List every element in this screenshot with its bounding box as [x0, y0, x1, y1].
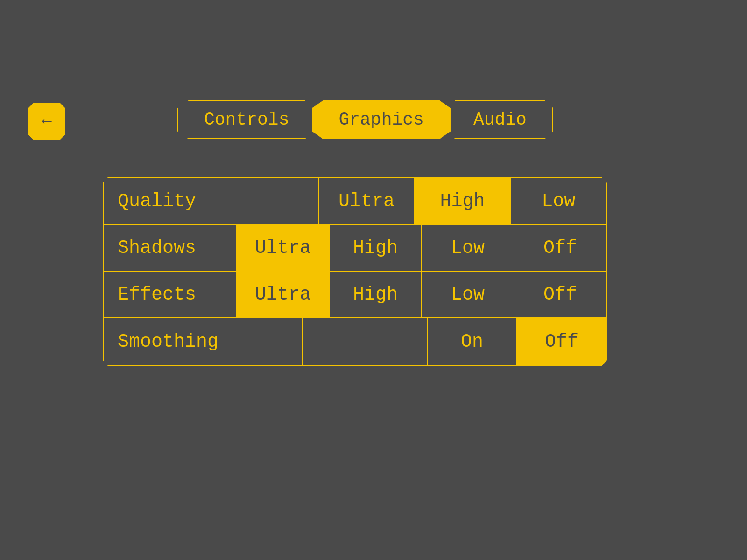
smoothing-on[interactable]: On — [428, 318, 517, 365]
smoothing-spacer — [303, 318, 428, 365]
tab-audio[interactable]: Audio — [447, 100, 553, 139]
quality-high[interactable]: High — [415, 178, 511, 224]
shadows-high[interactable]: High — [330, 225, 422, 271]
row-quality: Quality Ultra High Low — [104, 178, 606, 225]
quality-ultra[interactable]: Ultra — [319, 178, 415, 224]
shadows-low[interactable]: Low — [422, 225, 514, 271]
smoothing-label: Smoothing — [104, 318, 303, 365]
shadows-label: Shadows — [104, 225, 237, 271]
row-effects: Effects Ultra High Low Off — [104, 272, 606, 318]
effects-label: Effects — [104, 272, 237, 317]
effects-ultra[interactable]: Ultra — [237, 272, 330, 317]
row-smoothing: Smoothing On Off — [104, 318, 606, 365]
back-button[interactable]: ← — [28, 103, 65, 140]
tabs-container: Controls Graphics Audio — [177, 100, 550, 139]
smoothing-off[interactable]: Off — [517, 318, 606, 365]
quality-low[interactable]: Low — [511, 178, 606, 224]
effects-off[interactable]: Off — [514, 272, 606, 317]
effects-high[interactable]: High — [330, 272, 422, 317]
effects-low[interactable]: Low — [422, 272, 514, 317]
tab-graphics[interactable]: Graphics — [312, 100, 450, 139]
settings-grid: Quality Ultra High Low Shadows Ultra Hig… — [103, 177, 607, 366]
quality-label: Quality — [104, 178, 319, 224]
shadows-off[interactable]: Off — [514, 225, 606, 271]
shadows-ultra[interactable]: Ultra — [237, 225, 330, 271]
row-shadows: Shadows Ultra High Low Off — [104, 225, 606, 272]
tab-controls[interactable]: Controls — [177, 100, 316, 139]
back-icon: ← — [42, 112, 52, 131]
